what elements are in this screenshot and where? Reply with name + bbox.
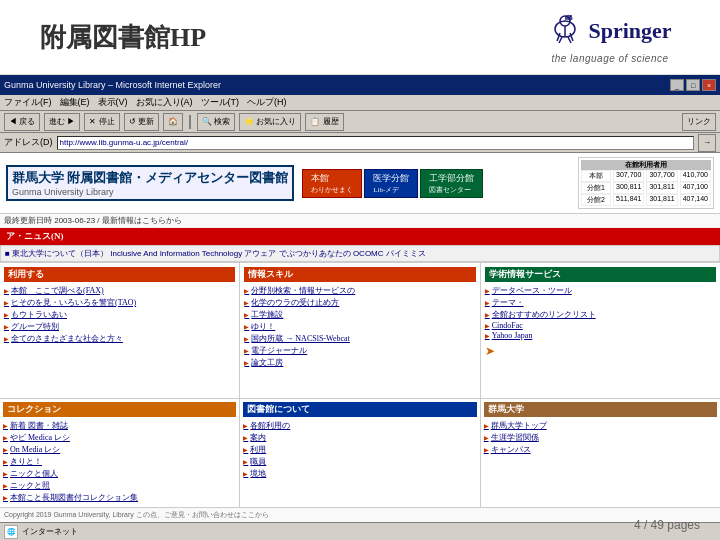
toshokan-item-1[interactable]: 各館利用の [243,420,476,431]
browser-statusbar: 🌐 インターネット [0,522,720,540]
news-ticker[interactable]: ■ 東北大学について（日本） Inclusive And Information… [0,245,720,262]
gunma-item-3[interactable]: キャンパス [484,444,717,455]
col-joushou-item-6[interactable]: 電子ジャーナル [244,345,475,356]
menu-help[interactable]: ヘルプ(H) [247,96,287,109]
springer-horse-icon [548,11,582,51]
address-input[interactable] [57,136,695,150]
col-joushou-item-2[interactable]: 化学のウラの受け止め方 [244,297,475,308]
col-gakujutsu-item-1[interactable]: データベース・ツール [485,285,716,296]
browser-toolbar: ◀ 戻る 進む ▶ ✕ 停止 ↺ 更新 🏠 🔍 検索 ⭐ お気に入り 📋 履歴 … [0,111,720,133]
search-toolbar-button[interactable]: 🔍 検索 [197,113,235,131]
address-label: アドレス(D) [4,136,53,149]
tab-igaku[interactable]: 医学分館 Lib-メデ [364,169,418,198]
col-joushou: 情報スキル 分野別検索・情報サービスの 化学のウラの受け止め方 工学施設 ゆり！… [240,263,480,398]
gunma-item-1[interactable]: 群馬大学トップ [484,420,717,431]
history-button[interactable]: 📋 履歴 [305,113,343,131]
library-tabs: 本館 わりかせまく 医学分館 Lib-メデ 工学部分館 図書センター [302,169,483,198]
col-riyou-item-5[interactable]: 全てのさまたざまな社会と方々 [4,333,235,344]
col-gakujutsu-item-5[interactable]: Yahoo Japan [485,331,716,340]
browser-title: Gunma University Library – Microsoft Int… [4,80,668,90]
toshokan-item-4[interactable]: 職員 [243,456,476,467]
lower-col-gunma: 群馬大学 群馬大学トップ 生涯学習関係 キャンパス [481,399,720,507]
menu-tools[interactable]: ツール(T) [201,96,240,109]
col-joushou-header: 情報スキル [244,267,475,282]
col-riyou-item-3[interactable]: もウトラいあい [4,309,235,320]
toshokan-item-3[interactable]: 利用 [243,444,476,455]
menu-edit[interactable]: 編集(E) [60,96,90,109]
lower-section: コレクション 新着 図書・雑誌 やビ Medica レシ On Media レシ… [0,398,720,507]
browser-content: 群馬大学 附属図書館・メディアセンター図書館 Gunma University … [0,153,720,522]
tab-honkan[interactable]: 本館 わりかせまく [302,169,362,198]
go-button[interactable]: → [698,134,716,152]
col-riyou-item-4[interactable]: グループ特別 [4,321,235,332]
col-riyou-item-1[interactable]: 本館 ここで調べる(FAX) [4,285,235,296]
stop-button[interactable]: ✕ 停止 [84,113,119,131]
collection-item-1[interactable]: 新着 図書・雑誌 [3,420,236,431]
col-joushou-item-1[interactable]: 分野別検索・情報サービスの [244,285,475,296]
links-button[interactable]: リンク [682,113,716,131]
browser-controls[interactable]: _ □ × [670,79,716,91]
page-title: 附属図書館HP [40,20,206,55]
minimize-button[interactable]: _ [670,79,684,91]
stats-cell: 301,811 [646,182,677,194]
page-number: 4 / 49 pages [634,518,700,532]
col-riyou: 利用する 本館 ここで調べる(FAX) ヒそのを見・いろいろを警官(TAO) も… [0,263,240,398]
col-gakujutsu-item-2[interactable]: テーマ・ [485,297,716,308]
springer-name: Springer [588,18,671,44]
lower-col-toshokan-header: 図書館について [243,402,476,417]
refresh-button[interactable]: ↺ 更新 [124,113,159,131]
col-gakujutsu-item-3[interactable]: 全館おすすめのリンクリスト [485,309,716,320]
lower-col-collection: コレクション 新着 図書・雑誌 やビ Medica レシ On Media レシ… [0,399,240,507]
stats-cell: 307,700 [613,170,644,182]
three-col-section: 利用する 本館 ここで調べる(FAX) ヒそのを見・いろいろを警官(TAO) も… [0,262,720,398]
col-joushou-item-3[interactable]: 工学施設 [244,309,475,320]
library-header: 群馬大学 附属図書館・メディアセンター図書館 Gunma University … [0,153,720,214]
toshokan-item-5[interactable]: 境地 [243,468,476,479]
menu-view[interactable]: 表示(V) [98,96,128,109]
collection-item-3[interactable]: On Media レシ [3,444,236,455]
toshokan-item-2[interactable]: 案内 [243,432,476,443]
back-button[interactable]: ◀ 戻る [4,113,40,131]
tab-igaku-label: 医学分館 [373,172,409,185]
collection-item-5[interactable]: ニックと個人 [3,468,236,479]
maximize-button[interactable]: □ [686,79,700,91]
col-joushou-item-4[interactable]: ゆり！ [244,321,475,332]
tab-kogaku-label: 工学部分館 [429,172,474,185]
library-name: 群馬大学 附属図書館・メディアセンター図書館 [12,169,288,187]
lower-col-collection-header: コレクション [3,402,236,417]
col-joushou-item-7[interactable]: 論文工房 [244,357,475,368]
arrow-indicator-icon: ➤ [485,344,716,358]
favorites-button[interactable]: ⭐ お気に入り [239,113,301,131]
browser-window: Gunma University Library – Microsoft Int… [0,75,720,540]
tab-honkan-sub: わりかせまく [311,185,353,195]
col-joushou-item-5[interactable]: 国内所蔵 → NACSlS-Webcat [244,333,475,344]
forward-button[interactable]: 進む ▶ [44,113,80,131]
col-riyou-item-2[interactable]: ヒそのを見・いろいろを警官(TAO) [4,297,235,308]
browser-titlebar: Gunma University Library – Microsoft Int… [0,75,720,95]
stats-cell: 410,700 [680,170,711,182]
stats-row-2: 分館1 300,811 301,811 407,100 [581,182,711,194]
springer-branding: Springer the language of science [500,0,720,74]
status-text: インターネット [22,526,78,537]
col-riyou-header: 利用する [4,267,235,282]
collection-item-7[interactable]: 本館こと長期図書付コレクション集 [3,492,236,503]
announcement-bar: ア・ニュス(N) [0,228,720,245]
tab-honkan-label: 本館 [311,172,353,185]
header-left: 附属図書館HP [0,0,500,74]
home-button[interactable]: 🏠 [163,113,183,131]
close-button[interactable]: × [702,79,716,91]
gunma-item-2[interactable]: 生涯学習関係 [484,432,717,443]
col-gakujutsu: 学術情報サービス データベース・ツール テーマ・ 全館おすすめのリンクリスト C… [481,263,720,398]
stats-row-1: 本部 307,700 307,700 410,700 [581,170,711,182]
menu-favorites[interactable]: お気に入り(A) [136,96,193,109]
library-name-en: Gunma University Library [12,187,288,197]
collection-item-6[interactable]: ニックと照 [3,480,236,491]
collection-item-2[interactable]: やビ Medica レシ [3,432,236,443]
menu-file[interactable]: ファイル(F) [4,96,52,109]
svg-line-6 [568,37,571,43]
collection-item-4[interactable]: きりと！ [3,456,236,467]
tab-kogaku[interactable]: 工学部分館 図書センター [420,169,483,198]
page-header: 附属図書館HP [0,0,720,75]
col-gakujutsu-item-4[interactable]: CindoFac [485,321,716,330]
stats-cell: 407,100 [680,182,711,194]
